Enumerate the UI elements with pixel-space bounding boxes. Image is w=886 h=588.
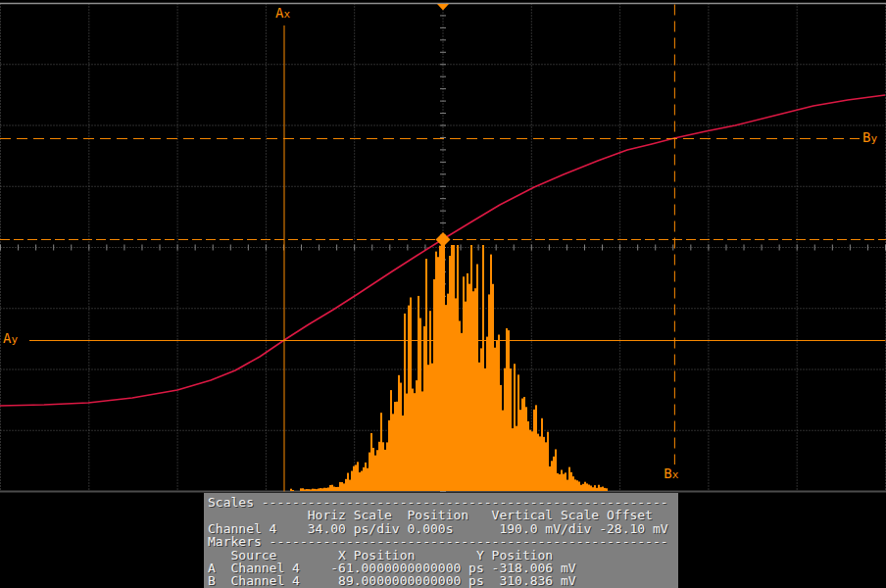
oscilloscope-screen: Ax Ay Bx By Scales ---------------------… [0,0,886,588]
threshold-diamond-marker[interactable] [436,232,451,247]
marker-ay-label[interactable]: Ay [3,331,18,347]
markers-column-headers: Source X Position Y Position [208,549,678,562]
scales-column-headers: Horiz Scale Position Vertical Scale Offs… [208,509,678,521]
marker-a-row: A Channel 4 -61.0000000000000 ps -318.00… [208,562,678,574]
marker-b-row: B Channel 4 89.0000000000000 ps 310.836 … [208,574,678,587]
measurements-panel: Scales ---------------------------------… [204,493,678,588]
scales-channel-row: Channel 4 34.00 ps/div 0.000s 190.0 mV/d… [208,522,678,535]
marker-bx-label[interactable]: Bx [664,466,678,482]
marker-by-label[interactable]: By [862,130,877,146]
marker-ax-label[interactable]: Ax [275,6,290,22]
trigger-position-marker[interactable] [437,4,449,11]
scales-header: Scales ---------------------------------… [208,496,678,509]
markers-header: Markers --------------------------------… [208,535,678,548]
waveform-display [0,0,886,493]
jitter-histogram [290,245,608,491]
